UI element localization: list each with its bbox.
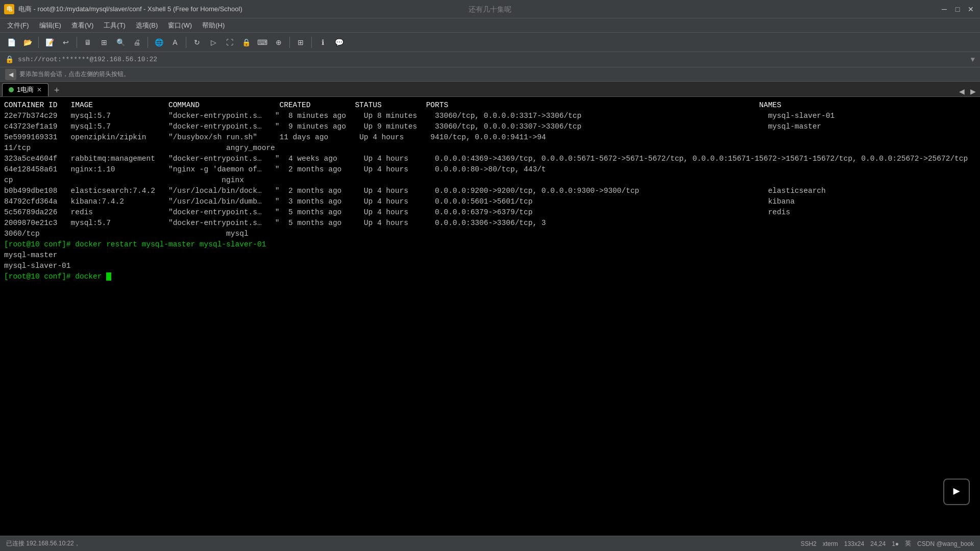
toolbar-zoom-btn[interactable]: 🔍	[113, 35, 128, 49]
terminal-cursor	[106, 272, 111, 281]
minimize-button[interactable]: ─	[939, 4, 949, 14]
terminal-row-5: 64e128458a61 nginx:1.10 "nginx -g 'daemo…	[4, 164, 976, 186]
tab-nav-buttons: ◀ ▶	[957, 86, 978, 96]
toolbar-grid-btn[interactable]: ⊞	[293, 35, 308, 49]
toolbar-sep5	[289, 37, 290, 48]
toolbar-fullscreen-btn[interactable]: ⛶	[223, 35, 237, 49]
window-controls: ─ □ ✕	[939, 4, 976, 14]
toolbar-tab-btn[interactable]: ⊞	[97, 35, 111, 49]
terminal-row-8: 5c56789da226 redis "docker-entrypoint.s……	[4, 207, 976, 218]
terminal-row-6: b0b499dbe108 elasticsearch:7.4.2 "/usr/l…	[4, 186, 976, 196]
menu-tools[interactable]: 工具(T)	[99, 20, 131, 31]
status-cursor: 24,24	[870, 540, 886, 547]
status-right: SSH2 xterm 133x24 24,24 1● 英 CSDN @wang_…	[800, 539, 974, 548]
terminal-command-row: [root@10 conf]# docker restart mysql-mas…	[4, 239, 976, 250]
status-lang: 英	[905, 539, 911, 548]
title-bar-text: 电商 - root@10:/mydata/mysql/slaver/conf -…	[18, 5, 939, 14]
tab-nav-next[interactable]: ▶	[968, 86, 978, 96]
menu-bar: 文件(F) 编辑(E) 查看(V) 工具(T) 选项(B) 窗口(W) 帮助(H…	[0, 18, 980, 33]
menu-help[interactable]: 帮助(H)	[197, 20, 230, 31]
terminal-row-4: 323a5ce4604f rabbitmq:management "docker…	[4, 154, 976, 164]
tab-close-button[interactable]: ✕	[37, 86, 42, 93]
status-bar: 已连接 192.168.56.10:22， SSH2 xterm 133x24 …	[0, 536, 980, 551]
toolbar-sep1	[38, 37, 39, 48]
tab-nav-prev[interactable]: ◀	[957, 86, 967, 96]
toolbar-script-btn[interactable]: 📝	[42, 35, 57, 49]
toolbar-open-btn[interactable]: 📂	[20, 35, 35, 49]
title-bar: 电 电商 - root@10:/mydata/mysql/slaver/conf…	[0, 0, 980, 18]
toolbar-sep4	[186, 37, 186, 48]
toolbar-font-btn[interactable]: A	[168, 35, 182, 49]
info-bar: ◀ 要添加当前会话，点击左侧的箭头按钮。	[0, 67, 980, 82]
tab-active-indicator	[9, 87, 14, 92]
lock-icon: 🔒	[5, 55, 14, 64]
terminal-row-3: 5e5999169331 openzipkin/zipkin "/busybox…	[4, 132, 976, 154]
video-button[interactable]: ▶	[943, 479, 970, 505]
address-bar: 🔒 ssh://root:*******@192.168.56.10:22 ▼	[0, 52, 980, 67]
terminal-row-1: 22e77b374c29 mysql:5.7 "docker-entrypoin…	[4, 111, 976, 121]
tab-label: 1电商	[17, 85, 34, 94]
info-arrow-button[interactable]: ◀	[5, 69, 16, 80]
menu-window[interactable]: 窗口(W)	[163, 20, 197, 31]
toolbar-info-btn[interactable]: ℹ	[315, 35, 330, 49]
toolbar-sep2	[77, 37, 77, 48]
tab-add-button[interactable]: +	[51, 84, 63, 96]
address-text[interactable]: ssh://root:*******@192.168.56.10:22	[18, 56, 967, 63]
menu-edit[interactable]: 编辑(E)	[34, 20, 66, 31]
toolbar-print-btn[interactable]: 🖨	[130, 35, 144, 49]
terminal-output-master: mysql-master	[4, 250, 976, 261]
terminal-row-2: c43723ef1a19 mysql:5.7 "docker-entrypoin…	[4, 121, 976, 132]
terminal[interactable]: CONTAINER ID IMAGE COMMAND CREATED STATU…	[0, 97, 980, 536]
toolbar-add-btn[interactable]: ⊕	[272, 35, 286, 49]
toolbar-new-btn[interactable]: 📄	[4, 35, 18, 49]
status-user: CSDN @wang_book	[917, 540, 974, 547]
status-term: xterm	[823, 540, 838, 547]
address-dropdown-icon[interactable]: ▼	[971, 56, 975, 64]
app-icon: 电	[4, 4, 14, 14]
terminal-output-slaver: mysql-slaver-01	[4, 261, 976, 271]
toolbar-session-btn[interactable]: 🖥	[81, 35, 95, 49]
status-connection: 已连接 192.168.56.10:22，	[6, 539, 80, 548]
menu-options[interactable]: 选项(B)	[131, 20, 163, 31]
toolbar-sep3	[148, 37, 148, 48]
status-ssh: SSH2	[800, 540, 816, 547]
status-encoding: 1●	[892, 540, 899, 547]
terminal-header-row: CONTAINER ID IMAGE COMMAND CREATED STATU…	[4, 100, 976, 111]
menu-file[interactable]: 文件(F)	[2, 20, 34, 31]
toolbar-sep6	[311, 37, 312, 48]
terminal-row-7: 84792cfd364a kibana:7.4.2 "/usr/local/bi…	[4, 196, 976, 207]
tab-1-ecommerce[interactable]: 1电商 ✕	[2, 83, 48, 96]
toolbar-globe-btn[interactable]: 🌐	[152, 35, 166, 49]
menu-view[interactable]: 查看(V)	[66, 20, 99, 31]
toolbar-chat-btn[interactable]: 💬	[332, 35, 346, 49]
terminal-prompt-row: [root@10 conf]# docker	[4, 271, 976, 282]
toolbar: 📄 📂 📝 ↩ 🖥 ⊞ 🔍 🖨 🌐 A ↻ ▷ ⛶ 🔒 ⌨ ⊕ ⊞ ℹ 💬	[0, 33, 980, 52]
close-button[interactable]: ✕	[966, 4, 976, 14]
toolbar-loop-btn[interactable]: ↻	[190, 35, 204, 49]
tab-bar: 1电商 ✕ + ◀ ▶	[0, 82, 980, 97]
maximize-button[interactable]: □	[952, 4, 963, 14]
toolbar-keyboard-btn[interactable]: ⌨	[255, 35, 270, 49]
terminal-row-9: 2009870e21c3 mysql:5.7 "docker-entrypoin…	[4, 218, 976, 239]
toolbar-lock-btn[interactable]: 🔒	[239, 35, 253, 49]
toolbar-play-btn[interactable]: ▷	[206, 35, 220, 49]
status-size: 133x24	[844, 540, 864, 547]
info-message: 要添加当前会话，点击左侧的箭头按钮。	[19, 70, 130, 79]
toolbar-undo-btn[interactable]: ↩	[59, 35, 73, 49]
